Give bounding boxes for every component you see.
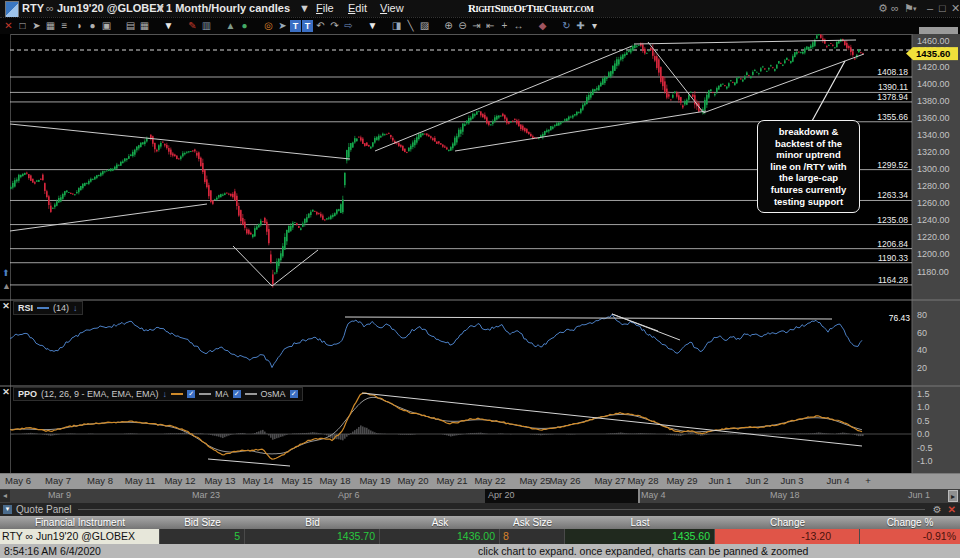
chart-scrollbar[interactable]: ◂ ▸ Mar 9Mar 23Apr 6Apr 20May 4May 18Jun… — [0, 489, 960, 503]
rsi-axis-label: 20 — [917, 363, 927, 373]
menu-edit[interactable]: Edit — [348, 1, 367, 16]
charts-area[interactable]: 1408.181390.111378.941355.661299.521263.… — [0, 34, 960, 474]
scrollbar-date-label: Apr 6 — [338, 490, 360, 500]
contract-caret-icon[interactable]: ▼ — [155, 1, 166, 16]
chart-annotation-note[interactable]: breakdown & backtest of the minor uptren… — [757, 120, 860, 213]
osma-label: OsMA — [261, 388, 286, 400]
extend-left-icon[interactable]: ⇤ — [484, 19, 497, 33]
timeframe-caret-icon[interactable]: ▼ — [299, 1, 310, 16]
rsi-study-header[interactable]: RSI (14) ↓ — [13, 301, 83, 315]
price-level-label: 1206.84 — [877, 239, 908, 249]
toolbar-caret-icon[interactable]: ▾ — [588, 19, 601, 33]
ellipse-tool-icon[interactable]: ● — [238, 19, 251, 33]
refresh-icon[interactable]: ↻ — [560, 19, 573, 33]
close-button[interactable]: ✕ — [951, 1, 960, 16]
date-axis[interactable]: May 6May 7May 8May 11May 12May 13May 14M… — [0, 474, 960, 489]
contract-selector[interactable]: Jun19'20 @GLOBEX — [57, 1, 164, 16]
quote-panel-gear-icon[interactable]: ⚙ — [933, 504, 942, 515]
osma-checkbox[interactable]: ✓ — [290, 390, 298, 398]
quote-row[interactable]: RTY ∞ Jun19'20 @GLOBEX 5 1435.70 1436.00… — [0, 529, 960, 544]
rsi-settings-icon[interactable]: ↓ — [73, 302, 78, 314]
marker-icon[interactable]: ◆ — [536, 19, 549, 33]
date-label: May 15 — [281, 475, 312, 486]
price-level-label: 1390.11 — [878, 82, 908, 92]
scrollbar-left-arrow[interactable]: ◂ — [0, 490, 10, 502]
settings-gear-icon[interactable]: ⚙ — [878, 1, 888, 16]
quote-ask-size: 8 — [500, 529, 565, 544]
layout-icon[interactable]: ▦ — [138, 19, 151, 33]
quote-column-header: Change % — [860, 516, 960, 529]
quote-bid-size: 5 — [160, 529, 245, 544]
ppo-axis-label: 1.0 — [917, 402, 930, 412]
zoom-in-icon[interactable]: ⊕ — [442, 19, 455, 33]
quote-ask: 1436.00 — [380, 529, 500, 544]
close-chart-icon[interactable]: ✕ — [2, 19, 15, 33]
dropdown2-icon[interactable]: ▼ — [366, 19, 379, 33]
image-add-icon[interactable]: ▤ — [124, 19, 137, 33]
image-icon[interactable]: ▣ — [100, 19, 113, 33]
quote-instrument[interactable]: RTY ∞ Jun19'20 @GLOBEX — [0, 529, 160, 544]
quote-panel-title: Quote Panel — [16, 504, 72, 515]
volume-profile-icon[interactable]: ▥ — [200, 19, 213, 33]
ma-checkbox[interactable]: ✓ — [233, 390, 241, 398]
minimize-button[interactable]: – — [927, 1, 933, 16]
triangle-tool-icon[interactable]: ▲ — [224, 19, 237, 33]
maximize-button[interactable]: □ — [939, 1, 946, 16]
axis-corner-button[interactable] — [919, 27, 958, 34]
grid-icon[interactable]: ▦ — [44, 19, 57, 33]
draw-pencil-icon[interactable]: ✎ — [186, 19, 199, 33]
zoom-out-icon[interactable]: ⊖ — [456, 19, 469, 33]
extend-right-icon[interactable]: ⇥ — [470, 19, 483, 33]
ppo-study-header[interactable]: PPO (12, 26, 9 - EMA, EMA, EMA) ↓ ✓ MA ✓… — [13, 387, 303, 401]
date-label: May 22 — [474, 475, 505, 486]
dropdown-icon[interactable]: ▼ — [162, 19, 175, 33]
menu-file[interactable]: File — [316, 1, 334, 16]
scale-triangle-icon[interactable]: ▲ — [2, 281, 11, 291]
pin-caret-icon[interactable]: ▾ — [913, 1, 917, 16]
text-tool-icon[interactable]: T — [290, 20, 301, 32]
quote-panel-collapse-button[interactable]: ▼ — [3, 505, 12, 514]
scrollbar-right-arrow[interactable]: ▸ — [948, 490, 958, 502]
print-icon[interactable]: ≡ — [58, 19, 71, 33]
ppo-settings-icon[interactable]: ↓ — [163, 388, 168, 400]
quote-bid: 1435.70 — [245, 529, 380, 544]
cursor-tool-icon[interactable]: ➤ — [276, 19, 289, 33]
arrow-tool-icon[interactable]: ⇨ — [342, 19, 355, 33]
link-icon[interactable]: ∞ — [891, 1, 899, 16]
scale-up-icon[interactable]: ⬆ — [2, 268, 10, 278]
text-note-icon[interactable]: T — [302, 20, 313, 32]
rsi-close-icon[interactable]: ✕ — [1, 301, 11, 312]
price-axis-label: 1220.00 — [917, 232, 950, 242]
hatch-tool-icon[interactable]: ▨ — [418, 19, 431, 33]
select-region-icon[interactable]: □ — [16, 19, 29, 33]
tools-icon[interactable]: ✚ — [574, 19, 587, 33]
pointer-icon[interactable]: ➤ — [30, 19, 43, 33]
trendline-tool-icon[interactable]: ╲ — [404, 19, 417, 33]
undo-icon[interactable]: ↶ — [314, 19, 327, 33]
price-level-label: 1164.28 — [878, 275, 908, 285]
quote-panel-close-icon[interactable]: ✕ — [948, 504, 956, 515]
timeframe-selector[interactable]: 1 Month/Hourly candles — [166, 1, 290, 16]
redo-icon[interactable]: ↷ — [328, 19, 341, 33]
quote-column-header: Ask Size — [500, 516, 565, 529]
ppo-line-swatch — [171, 393, 183, 395]
ppo-checkbox[interactable]: ✓ — [187, 390, 195, 398]
candlestick-series — [10, 34, 864, 288]
snapshot-icon[interactable]: ● — [86, 19, 99, 33]
date-label: May 11 — [125, 475, 155, 486]
panel-icon[interactable]: ◨ — [390, 19, 403, 33]
brightness-icon[interactable]: ◑ — [72, 19, 85, 33]
pan-icon[interactable]: ↔ — [512, 19, 525, 33]
crosshair-icon[interactable]: ◎ — [262, 19, 275, 33]
ppo-close-icon[interactable]: ✕ — [1, 387, 11, 398]
quote-column-header: Change — [715, 516, 860, 529]
menu-view[interactable]: View — [380, 1, 404, 16]
ppo-axis-label: 0.5 — [917, 416, 930, 426]
move-icon[interactable]: + — [498, 19, 511, 33]
ppo-panel[interactable] — [10, 393, 912, 466]
scrollbar-date-label: Mar 9 — [48, 490, 71, 500]
rsi-panel[interactable] — [10, 314, 862, 368]
scrollbar-date-label: May 18 — [770, 490, 800, 500]
price-axis-label: 1260.00 — [917, 198, 950, 208]
symbol-label[interactable]: RTY — [22, 1, 44, 16]
